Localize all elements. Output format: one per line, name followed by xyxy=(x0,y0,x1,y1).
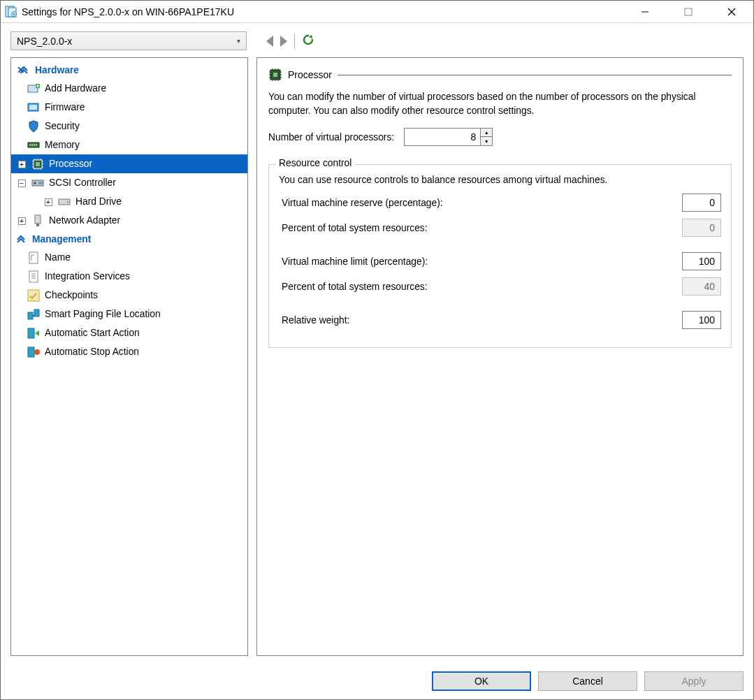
apply-button[interactable]: Apply xyxy=(644,671,744,691)
nav-checkpoints-label: Checkpoints xyxy=(43,290,98,300)
title-divider xyxy=(338,75,732,75)
vp-count-spinner[interactable]: ▲ ▼ xyxy=(404,128,493,146)
weight-row: Relative weight: xyxy=(282,311,721,329)
expand-harddrive[interactable]: + xyxy=(42,198,55,206)
processor-icon-large xyxy=(268,68,282,82)
chevron-up-icon xyxy=(20,65,28,75)
limit-pct-label: Percent of total system resources: xyxy=(282,282,682,292)
svg-rect-36 xyxy=(36,224,39,226)
toolbar-separator xyxy=(294,34,295,49)
svg-rect-15 xyxy=(36,144,37,146)
nav-processor-label: Processor xyxy=(48,159,92,169)
reserve-label: Virtual machine reserve (percentage): xyxy=(282,198,682,208)
vp-count-input[interactable] xyxy=(404,128,481,146)
nav-processor[interactable]: + Processor xyxy=(11,154,247,173)
svg-rect-41 xyxy=(34,309,39,316)
cancel-button[interactable]: Cancel xyxy=(538,671,637,691)
window-system-buttons xyxy=(623,1,753,22)
expand-processor[interactable]: + xyxy=(15,160,28,168)
hard-drive-icon xyxy=(57,195,71,209)
svg-rect-37 xyxy=(29,252,38,263)
nav-smart-paging[interactable]: Smart Paging File Location xyxy=(11,305,247,323)
reserve-pct-row: Percent of total system resources: xyxy=(282,219,721,237)
svg-rect-43 xyxy=(28,347,34,357)
nav-auto-stop[interactable]: Automatic Stop Action xyxy=(11,342,247,361)
settings-window: Settings for NPS_2.0.0-x on WIN-66PA1PE1… xyxy=(0,0,754,700)
spin-down-button[interactable]: ▼ xyxy=(481,137,492,145)
name-icon xyxy=(27,251,41,265)
vp-count-label: Number of virtual processors: xyxy=(268,132,394,143)
nav-memory[interactable]: Memory xyxy=(11,136,247,154)
nav-scsi-controller[interactable]: − SCSI Controller xyxy=(11,173,247,192)
network-adapter-icon xyxy=(31,214,45,228)
weight-input[interactable] xyxy=(682,311,721,329)
processor-icon xyxy=(31,157,45,171)
firmware-icon xyxy=(27,101,41,115)
svg-point-31 xyxy=(34,182,36,184)
nav-add-hardware[interactable]: Add Hardware xyxy=(11,79,247,98)
reserve-pct-label: Percent of total system resources: xyxy=(282,223,682,233)
svg-rect-12 xyxy=(29,144,31,146)
minimize-button[interactable] xyxy=(623,1,667,22)
nav-integration-services-label: Integration Services xyxy=(43,271,130,282)
hardware-label: Hardware xyxy=(35,65,79,75)
spin-up-button[interactable]: ▲ xyxy=(481,129,492,137)
nav-back-button[interactable] xyxy=(266,36,273,47)
nav-forward-button[interactable] xyxy=(280,36,287,47)
svg-rect-14 xyxy=(34,144,35,146)
checkpoints-icon xyxy=(27,289,41,302)
nav-checkpoints[interactable]: Checkpoints xyxy=(11,286,247,305)
svg-point-34 xyxy=(67,200,68,202)
nav-smart-paging-label: Smart Paging File Location xyxy=(43,309,161,319)
svg-rect-4 xyxy=(685,8,692,15)
app-icon xyxy=(5,6,17,18)
vm-selector-dropdown[interactable]: NPS_2.0.0-x ▾ xyxy=(10,31,247,50)
nav-buttons xyxy=(266,34,314,49)
collapse-scsi[interactable]: − xyxy=(15,179,28,187)
window-title: Settings for NPS_2.0.0-x on WIN-66PA1PE1… xyxy=(22,6,623,17)
svg-rect-42 xyxy=(28,328,34,338)
smart-paging-icon xyxy=(27,307,41,321)
nav-integration-services[interactable]: Integration Services xyxy=(11,267,247,286)
limit-pct-output xyxy=(682,277,721,296)
close-button[interactable] xyxy=(710,1,753,22)
limit-label: Virtual machine limit (percentage): xyxy=(282,256,682,267)
limit-row: Virtual machine limit (percentage): xyxy=(282,252,721,270)
content-pane: Processor You can modify the number of v… xyxy=(256,57,744,656)
svg-rect-32 xyxy=(38,182,43,184)
ok-button[interactable]: OK xyxy=(432,671,531,691)
nav-hard-drive[interactable]: + Hard Drive xyxy=(11,192,247,211)
scsi-icon xyxy=(31,176,45,190)
nav-security-label: Security xyxy=(43,121,80,131)
navigation-pane[interactable]: ✕‍ Hardware Add Hardware Firmware Securi… xyxy=(10,57,248,656)
nav-name[interactable]: Name xyxy=(11,248,247,267)
svg-rect-39 xyxy=(28,290,39,301)
nav-auto-start[interactable]: Automatic Start Action xyxy=(11,323,247,342)
svg-rect-38 xyxy=(29,271,38,282)
auto-stop-icon xyxy=(27,345,41,359)
nav-memory-label: Memory xyxy=(43,140,80,150)
nav-network-adapter-label: Network Adapter xyxy=(48,215,120,226)
maximize-button[interactable] xyxy=(667,1,710,22)
nav-firmware[interactable]: Firmware xyxy=(11,98,247,117)
svg-rect-13 xyxy=(31,144,33,146)
main-area: ✕‍ Hardware Add Hardware Firmware Securi… xyxy=(1,57,753,663)
svg-rect-10 xyxy=(29,105,37,110)
panel-title: Processor xyxy=(288,69,332,80)
management-section-header[interactable]: Management xyxy=(11,230,247,248)
limit-pct-row: Percent of total system resources: xyxy=(282,277,721,296)
refresh-button[interactable] xyxy=(302,34,314,48)
reserve-input[interactable] xyxy=(682,194,721,212)
resource-control-help: You can use resource controls to balance… xyxy=(279,175,721,185)
nav-security[interactable]: Security xyxy=(11,117,247,136)
reserve-pct-output xyxy=(682,219,721,237)
hardware-section-header[interactable]: ✕‍ Hardware xyxy=(11,61,247,79)
expand-network[interactable]: + xyxy=(15,217,28,225)
limit-input[interactable] xyxy=(682,252,721,270)
vp-count-spinbuttons: ▲ ▼ xyxy=(481,128,493,146)
nav-network-adapter[interactable]: + Network Adapter xyxy=(11,211,247,230)
nav-firmware-label: Firmware xyxy=(43,102,85,112)
vm-selector-value: NPS_2.0.0-x xyxy=(17,36,237,47)
weight-label: Relative weight: xyxy=(282,315,682,326)
svg-point-44 xyxy=(34,349,40,355)
